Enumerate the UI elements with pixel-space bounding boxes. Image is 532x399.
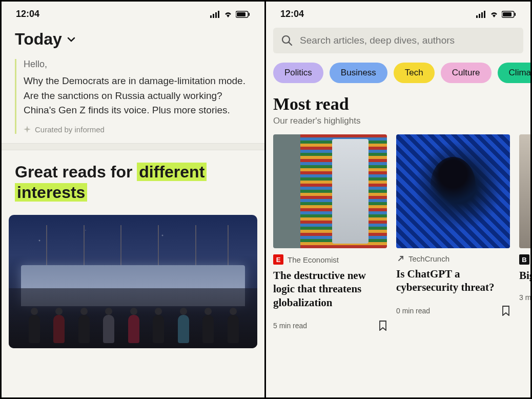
read-time: 0 min read [396, 307, 430, 315]
svg-rect-13 [515, 13, 516, 16]
chip-tech[interactable]: Tech [394, 63, 435, 83]
curated-label: Curated by informed [35, 125, 105, 134]
read-time: 3 mi [519, 293, 530, 302]
article-card[interactable]: B Big Uk Th su 3 mi [519, 134, 530, 331]
wifi-icon [223, 11, 233, 18]
article-title: Big Uk Th su [519, 269, 530, 282]
source-label: The Economist [288, 255, 339, 264]
hero-article-image[interactable] [9, 215, 257, 348]
svg-rect-5 [237, 12, 245, 16]
read-time: 5 min read [273, 322, 307, 330]
svg-rect-7 [476, 15, 478, 18]
search-placeholder: Search articles, deep dives, authors [300, 35, 455, 46]
greeting-hello: Hello, [24, 59, 251, 70]
svg-line-15 [289, 43, 292, 46]
bookmark-button[interactable] [379, 321, 387, 331]
svg-rect-3 [218, 11, 219, 18]
status-bar: 12:04 [266, 2, 530, 25]
article-source: B [519, 254, 530, 265]
chip-culture[interactable]: Culture [441, 63, 492, 83]
status-bar: 12:04 [2, 2, 264, 25]
great-reads-prefix: Great reads for [15, 163, 137, 181]
article-thumbnail [396, 134, 510, 248]
article-cards[interactable]: E The Economist The destructive new logi… [266, 126, 530, 331]
article-title: The destructive new logic that threatens… [273, 269, 387, 309]
section-heading-great-reads: Great reads for different interests [2, 150, 264, 208]
source-label: TechCrunch [408, 254, 449, 263]
great-reads-highlight-1: different [137, 163, 207, 181]
status-icons [210, 11, 250, 18]
cellular-icon [210, 11, 220, 18]
article-source: TechCrunch [396, 254, 510, 263]
status-time: 12:04 [280, 9, 304, 19]
chevron-down-icon [66, 34, 76, 45]
article-source: E The Economist [273, 254, 387, 265]
bookmark-icon [379, 321, 387, 331]
svg-rect-6 [249, 13, 250, 16]
app-frame: 12:04 Today Hello, Why the Democrats are… [0, 0, 532, 399]
greeting-body: Why the Democrats are in damage-limitati… [24, 74, 251, 118]
section-divider [2, 143, 264, 150]
cellular-icon [476, 11, 486, 18]
curated-by: Curated by informed [24, 125, 251, 134]
search-icon [281, 35, 293, 46]
chip-business[interactable]: Business [330, 63, 387, 83]
screen-today: 12:04 Today Hello, Why the Democrats are… [2, 2, 266, 397]
battery-icon [502, 11, 516, 18]
battery-icon [236, 11, 250, 18]
chip-climate[interactable]: Clima [498, 63, 530, 83]
section-most-read: Most read Our reader's highlights [266, 83, 530, 126]
svg-rect-2 [215, 12, 217, 18]
svg-rect-10 [484, 11, 485, 18]
bookmark-icon [502, 306, 510, 316]
sparkle-icon [24, 126, 31, 133]
svg-rect-12 [503, 12, 511, 16]
source-badge-economist: E [273, 254, 283, 265]
article-card[interactable]: E The Economist The destructive new logi… [273, 134, 387, 331]
svg-rect-9 [481, 12, 483, 18]
category-chips: Politics Business Tech Culture Clima [266, 53, 530, 83]
bookmark-button[interactable] [502, 306, 510, 316]
date-dropdown[interactable]: Today [15, 30, 251, 49]
great-reads-highlight-2: interests [15, 183, 87, 202]
svg-rect-8 [479, 14, 480, 18]
source-badge: B [519, 254, 529, 265]
external-link-icon [396, 255, 404, 263]
svg-rect-0 [210, 15, 212, 18]
curated-brief[interactable]: Hello, Why the Democrats are in damage-l… [15, 59, 251, 134]
chip-politics[interactable]: Politics [273, 63, 323, 83]
article-card[interactable]: TechCrunch Is ChatGPT a cybersecurity th… [396, 134, 510, 331]
article-title: Is ChatGPT a cybersecurity threat? [396, 267, 510, 294]
screen-search: 12:04 Search articles, deep dives, autho… [266, 2, 530, 397]
status-icons [476, 11, 516, 18]
svg-rect-1 [213, 14, 214, 18]
search-input[interactable]: Search articles, deep dives, authors [273, 28, 523, 53]
status-time: 12:04 [16, 9, 39, 19]
section-subtitle: Our reader's highlights [273, 116, 523, 126]
article-thumbnail [519, 134, 530, 248]
article-thumbnail [273, 134, 387, 248]
section-title: Most read [273, 94, 523, 114]
wifi-icon [489, 11, 499, 18]
date-title-label: Today [15, 30, 62, 49]
